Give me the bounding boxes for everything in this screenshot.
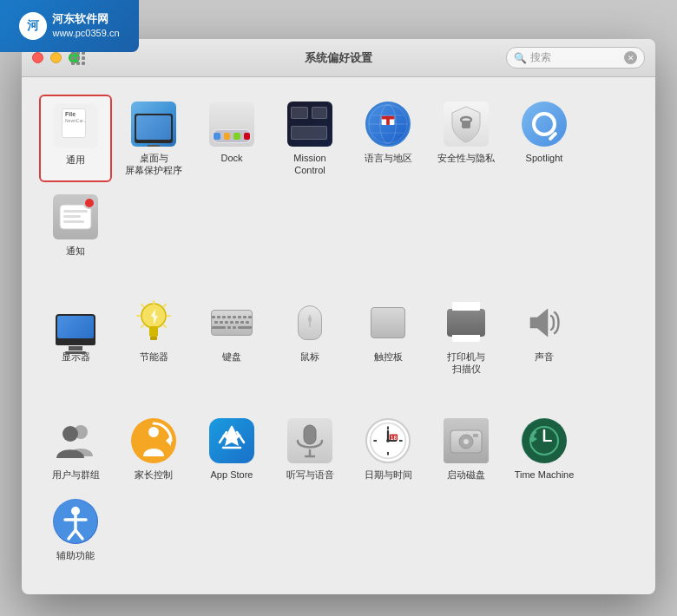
close-button[interactable] [32,52,43,63]
watermark-line1: 河东软件网 [52,11,119,27]
dictation-label: 听写与语音 [286,469,334,481]
energy-label: 节能器 [140,351,168,363]
other-section: ƒ Flash Player [22,580,655,594]
printer-label: 打印机与扫描仪 [447,351,485,376]
printer-pref-item[interactable]: 打印机与扫描仪 [430,293,503,381]
svg-rect-15 [149,326,158,337]
general-label: 通用 [66,154,85,166]
accessibility-icon [53,499,98,544]
personal-icon-grid: 通用 桌面与屏幕保护程序 [39,95,638,262]
security-icon [444,102,489,147]
svg-point-18 [62,426,78,442]
dock-pref-item[interactable]: Dock [195,95,268,182]
appstore-icon [209,418,254,463]
keyboard-icon [209,300,254,345]
language-label: 语言与地区 [365,152,412,164]
datetime-icon: 18 [365,418,411,463]
hardware-section: 显示器 [22,276,655,395]
search-box[interactable]: 🔍 搜索 ✕ [506,47,645,69]
notify-pref-item[interactable]: 通知 [39,187,112,262]
svg-rect-7 [386,116,390,125]
timemachine-label: Time Machine [515,469,575,481]
svg-point-37 [463,439,469,444]
svg-rect-12 [63,215,81,218]
svg-rect-16 [150,337,157,340]
general-pref-item[interactable]: 通用 [39,95,112,182]
spotlight-icon [522,102,567,147]
sound-pref-item[interactable]: 声音 [508,293,581,381]
startup-label: 启动磁盘 [447,469,485,481]
keyboard-pref-item[interactable]: 键盘 [195,293,268,381]
spotlight-pref-item[interactable]: Spotlight [508,95,581,182]
svg-rect-11 [63,210,88,213]
trackpad-icon [365,300,411,345]
display-pref-item[interactable]: 显示器 [39,293,112,381]
display-icon [53,300,98,345]
svg-text:18: 18 [391,436,398,442]
svg-rect-38 [473,434,478,437]
system-icon-grid: 用户与群组 [39,411,638,567]
appstore-label: App Store [211,469,253,481]
users-label: 用户与群组 [52,469,100,481]
users-pref-item[interactable]: 用户与群组 [39,411,112,486]
grid-dots-icon [71,51,85,65]
startup-pref-item[interactable]: 启动磁盘 [430,411,503,486]
timemachine-pref-item[interactable]: Time Machine [508,411,581,486]
accessibility-pref-item[interactable]: 辅助功能 [39,492,112,567]
content-area: 通用 桌面与屏幕保护程序 [22,77,655,594]
datetime-pref-item[interactable]: 18 日期与时间 [352,411,424,486]
language-icon [365,102,411,147]
svg-point-20 [148,427,159,437]
mission-icon [287,102,332,147]
dictation-icon [287,418,332,463]
keyboard-label: 键盘 [222,351,241,363]
mission-label: MissionControl [293,152,325,177]
mouse-label: 鼠标 [300,351,319,363]
sound-label: 声音 [535,351,554,363]
dock-label: Dock [220,152,242,164]
watermark-logo: 河 [19,12,47,40]
svg-rect-22 [304,425,316,444]
mission-pref-item[interactable]: MissionControl [273,95,346,182]
parental-label: 家长控制 [135,469,173,481]
search-icon: 🔍 [514,52,527,64]
dictation-pref-item[interactable]: 听写与语音 [273,411,346,486]
security-pref-item[interactable]: 安全性与隐私 [430,95,503,182]
accessibility-label: 辅助功能 [56,549,95,561]
notify-label: 通知 [66,245,85,257]
security-label: 安全性与隐私 [437,152,495,164]
mouse-icon [287,300,332,345]
dock-icon [209,102,254,147]
language-pref-item[interactable]: 语言与地区 [352,95,424,182]
notify-icon [53,194,98,239]
appstore-pref-item[interactable]: App Store [195,411,268,486]
svg-rect-13 [63,220,84,223]
sound-icon [522,300,567,345]
personal-section: 通用 桌面与屏幕保护程序 [22,77,655,276]
system-preferences-window: 系统偏好设置 🔍 搜索 ✕ 通用 [22,39,655,594]
mouse-pref-item[interactable]: 鼠标 [273,293,346,381]
watermark: 河 河东软件网 www.pc0359.cn [0,0,139,52]
search-clear-button[interactable]: ✕ [624,51,637,64]
trackpad-pref-item[interactable]: 触控板 [352,293,424,381]
energy-icon [131,300,176,345]
search-placeholder: 搜索 [530,50,621,65]
datetime-label: 日期与时间 [365,469,412,481]
spotlight-label: Spotlight [526,152,563,164]
desktop-pref-item[interactable]: 桌面与屏幕保护程序 [117,95,190,182]
desktop-icon [131,102,176,147]
users-icon [53,418,98,463]
hardware-icon-grid: 显示器 [39,293,638,381]
timemachine-icon [522,418,567,463]
startup-icon [444,418,489,463]
svg-point-34 [386,440,390,443]
energy-pref-item[interactable]: 节能器 [117,293,190,381]
parental-pref-item[interactable]: 家长控制 [117,411,190,486]
printer-icon [444,300,489,345]
trackpad-label: 触控板 [374,351,403,363]
watermark-line2: www.pc0359.cn [52,27,119,40]
system-section: 用户与群组 [22,394,655,580]
minimize-button[interactable] [50,52,62,63]
desktop-label: 桌面与屏幕保护程序 [125,152,182,177]
general-icon [53,103,98,148]
